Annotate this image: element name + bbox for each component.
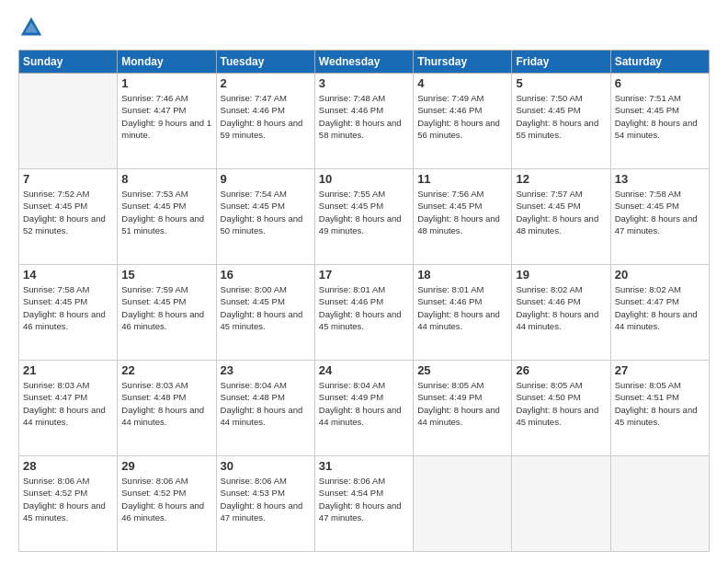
week-row-4: 28Sunrise: 8:06 AMSunset: 4:52 PMDayligh…	[19, 456, 710, 552]
day-number: 13	[615, 172, 705, 186]
day-number: 12	[516, 172, 606, 186]
day-cell: 8Sunrise: 7:53 AMSunset: 4:45 PMDaylight…	[118, 169, 216, 265]
day-cell: 11Sunrise: 7:56 AMSunset: 4:45 PMDayligh…	[414, 169, 512, 265]
logo	[18, 15, 48, 40]
day-number: 22	[121, 363, 211, 377]
day-number: 7	[23, 172, 113, 186]
day-info: Sunrise: 7:54 AMSunset: 4:45 PMDaylight:…	[221, 188, 311, 236]
day-cell: 1Sunrise: 7:46 AMSunset: 4:47 PMDaylight…	[118, 74, 216, 169]
calendar-body: 1Sunrise: 7:46 AMSunset: 4:47 PMDaylight…	[19, 74, 710, 552]
weekday-header-row: SundayMondayTuesdayWednesdayThursdayFrid…	[19, 51, 710, 74]
day-cell: 12Sunrise: 7:57 AMSunset: 4:45 PMDayligh…	[512, 169, 610, 265]
day-cell: 26Sunrise: 8:05 AMSunset: 4:50 PMDayligh…	[512, 361, 610, 456]
header	[18, 15, 710, 40]
day-number: 23	[221, 363, 311, 377]
day-info: Sunrise: 7:53 AMSunset: 4:45 PMDaylight:…	[121, 188, 211, 236]
day-info: Sunrise: 7:52 AMSunset: 4:45 PMDaylight:…	[23, 188, 113, 236]
day-number: 16	[221, 268, 311, 282]
logo-icon	[18, 15, 44, 40]
day-number: 26	[516, 363, 606, 377]
day-info: Sunrise: 7:49 AMSunset: 4:46 PMDaylight:…	[417, 92, 507, 141]
day-number: 4	[417, 76, 507, 90]
day-info: Sunrise: 7:58 AMSunset: 4:45 PMDaylight:…	[615, 188, 705, 236]
day-number: 11	[417, 172, 507, 186]
day-info: Sunrise: 7:57 AMSunset: 4:45 PMDaylight:…	[516, 188, 606, 236]
day-number: 27	[615, 363, 705, 377]
day-cell: 17Sunrise: 8:01 AMSunset: 4:46 PMDayligh…	[314, 265, 413, 361]
week-row-2: 14Sunrise: 7:58 AMSunset: 4:45 PMDayligh…	[19, 265, 710, 361]
weekday-header-saturday: Saturday	[610, 51, 709, 74]
weekday-header-thursday: Thursday	[414, 51, 512, 74]
day-info: Sunrise: 7:51 AMSunset: 4:45 PMDaylight:…	[615, 92, 705, 141]
day-cell: 28Sunrise: 8:06 AMSunset: 4:52 PMDayligh…	[19, 456, 118, 552]
day-cell: 7Sunrise: 7:52 AMSunset: 4:45 PMDaylight…	[19, 169, 118, 265]
day-cell: 16Sunrise: 8:00 AMSunset: 4:45 PMDayligh…	[216, 265, 314, 361]
day-cell: 30Sunrise: 8:06 AMSunset: 4:53 PMDayligh…	[216, 456, 314, 552]
day-info: Sunrise: 8:02 AMSunset: 4:47 PMDaylight:…	[615, 283, 705, 332]
week-row-1: 7Sunrise: 7:52 AMSunset: 4:45 PMDaylight…	[19, 169, 710, 265]
day-number: 31	[319, 459, 409, 473]
day-info: Sunrise: 7:59 AMSunset: 4:45 PMDaylight:…	[121, 283, 211, 332]
day-info: Sunrise: 7:48 AMSunset: 4:46 PMDaylight:…	[319, 92, 409, 141]
day-number: 25	[417, 363, 507, 377]
day-info: Sunrise: 8:06 AMSunset: 4:54 PMDaylight:…	[319, 475, 409, 523]
day-info: Sunrise: 7:58 AMSunset: 4:45 PMDaylight:…	[23, 283, 113, 332]
weekday-header-friday: Friday	[512, 51, 610, 74]
day-cell: 2Sunrise: 7:47 AMSunset: 4:46 PMDaylight…	[216, 74, 314, 169]
day-cell	[414, 456, 512, 552]
day-number: 18	[417, 268, 507, 282]
day-info: Sunrise: 7:56 AMSunset: 4:45 PMDaylight:…	[417, 188, 507, 236]
day-cell: 19Sunrise: 8:02 AMSunset: 4:46 PMDayligh…	[512, 265, 610, 361]
day-cell: 3Sunrise: 7:48 AMSunset: 4:46 PMDaylight…	[314, 74, 413, 169]
day-cell: 21Sunrise: 8:03 AMSunset: 4:47 PMDayligh…	[19, 361, 118, 456]
week-row-0: 1Sunrise: 7:46 AMSunset: 4:47 PMDaylight…	[19, 74, 710, 169]
day-cell: 10Sunrise: 7:55 AMSunset: 4:45 PMDayligh…	[314, 169, 413, 265]
day-number: 20	[615, 268, 705, 282]
day-number: 5	[516, 76, 606, 90]
day-cell: 15Sunrise: 7:59 AMSunset: 4:45 PMDayligh…	[118, 265, 216, 361]
day-info: Sunrise: 8:02 AMSunset: 4:46 PMDaylight:…	[516, 283, 606, 332]
day-info: Sunrise: 7:50 AMSunset: 4:45 PMDaylight:…	[516, 92, 606, 141]
day-cell	[19, 74, 118, 169]
day-cell: 25Sunrise: 8:05 AMSunset: 4:49 PMDayligh…	[414, 361, 512, 456]
day-number: 21	[23, 363, 113, 377]
day-cell: 24Sunrise: 8:04 AMSunset: 4:49 PMDayligh…	[314, 361, 413, 456]
day-number: 19	[516, 268, 606, 282]
day-info: Sunrise: 7:46 AMSunset: 4:47 PMDaylight:…	[121, 92, 211, 141]
day-info: Sunrise: 7:55 AMSunset: 4:45 PMDaylight:…	[319, 188, 409, 236]
day-cell: 5Sunrise: 7:50 AMSunset: 4:45 PMDaylight…	[512, 74, 610, 169]
day-number: 28	[23, 459, 113, 473]
day-cell: 6Sunrise: 7:51 AMSunset: 4:45 PMDaylight…	[610, 74, 709, 169]
day-number: 2	[221, 76, 311, 90]
day-info: Sunrise: 8:01 AMSunset: 4:46 PMDaylight:…	[417, 283, 507, 332]
day-info: Sunrise: 8:00 AMSunset: 4:45 PMDaylight:…	[221, 283, 311, 332]
day-cell: 31Sunrise: 8:06 AMSunset: 4:54 PMDayligh…	[314, 456, 413, 552]
day-number: 8	[121, 172, 211, 186]
day-cell: 27Sunrise: 8:05 AMSunset: 4:51 PMDayligh…	[610, 361, 709, 456]
day-cell: 4Sunrise: 7:49 AMSunset: 4:46 PMDaylight…	[414, 74, 512, 169]
day-cell: 9Sunrise: 7:54 AMSunset: 4:45 PMDaylight…	[216, 169, 314, 265]
page: SundayMondayTuesdayWednesdayThursdayFrid…	[0, 0, 728, 563]
day-info: Sunrise: 8:06 AMSunset: 4:52 PMDaylight:…	[121, 475, 211, 523]
day-number: 3	[319, 76, 409, 90]
day-cell: 20Sunrise: 8:02 AMSunset: 4:47 PMDayligh…	[610, 265, 709, 361]
day-cell: 13Sunrise: 7:58 AMSunset: 4:45 PMDayligh…	[610, 169, 709, 265]
day-info: Sunrise: 8:05 AMSunset: 4:50 PMDaylight:…	[516, 379, 606, 428]
day-number: 1	[121, 76, 211, 90]
day-cell: 14Sunrise: 7:58 AMSunset: 4:45 PMDayligh…	[19, 265, 118, 361]
day-info: Sunrise: 8:01 AMSunset: 4:46 PMDaylight:…	[319, 283, 409, 332]
weekday-header-wednesday: Wednesday	[314, 51, 413, 74]
day-cell: 23Sunrise: 8:04 AMSunset: 4:48 PMDayligh…	[216, 361, 314, 456]
day-number: 17	[319, 268, 409, 282]
day-number: 14	[23, 268, 113, 282]
day-cell: 18Sunrise: 8:01 AMSunset: 4:46 PMDayligh…	[414, 265, 512, 361]
weekday-header-monday: Monday	[118, 51, 216, 74]
day-cell	[512, 456, 610, 552]
day-info: Sunrise: 8:04 AMSunset: 4:49 PMDaylight:…	[319, 379, 409, 428]
weekday-header-tuesday: Tuesday	[216, 51, 314, 74]
week-row-3: 21Sunrise: 8:03 AMSunset: 4:47 PMDayligh…	[19, 361, 710, 456]
calendar-header: SundayMondayTuesdayWednesdayThursdayFrid…	[19, 51, 710, 74]
day-info: Sunrise: 8:03 AMSunset: 4:48 PMDaylight:…	[121, 379, 211, 428]
day-cell	[610, 456, 709, 552]
day-info: Sunrise: 8:04 AMSunset: 4:48 PMDaylight:…	[221, 379, 311, 428]
